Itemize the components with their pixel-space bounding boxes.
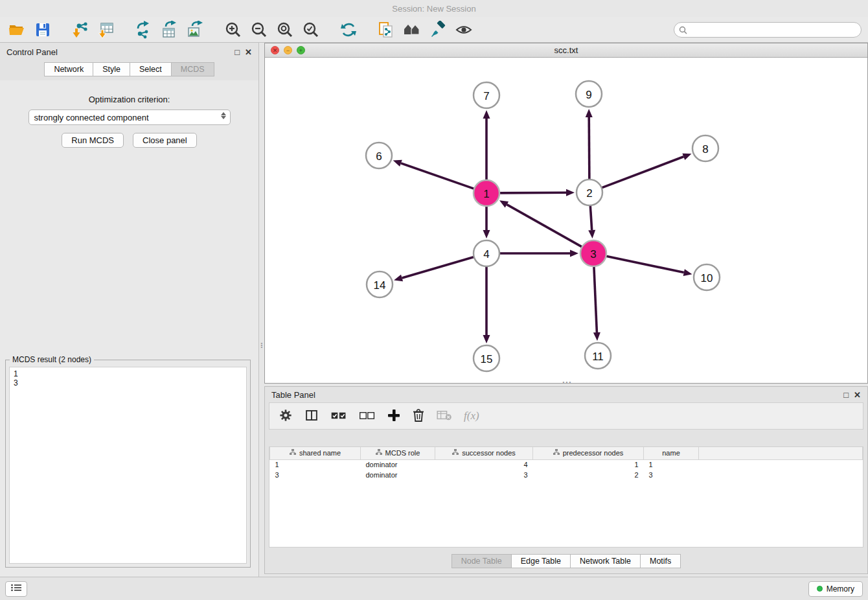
tab-network[interactable]: Network [44,62,93,76]
table-settings-button[interactable] [279,408,293,424]
table-header-row: shared name MCDS role successor nodes pr… [270,447,863,459]
float-table-panel-icon[interactable]: □ [843,391,849,399]
show-panels-button[interactable] [5,581,27,597]
table-cell[interactable]: dominator [361,470,435,480]
column-header-successor-nodes[interactable]: successor nodes [435,447,533,459]
toggle-visibility-button[interactable] [453,19,474,40]
delete-row-button[interactable] [412,408,425,424]
graph-edge-3-10[interactable] [606,256,684,272]
tab-node-table[interactable]: Node Table [451,554,512,568]
graph-edge-1-2[interactable] [499,192,566,193]
table-row[interactable]: 3dominator323 [270,470,863,480]
table-tabs: Node Table Edge Table Network Table Moti… [265,554,867,568]
graph-edge-arrow [586,109,593,117]
table-cell[interactable]: 1 [270,459,361,470]
open-folder-button[interactable] [6,19,27,40]
export-network-button[interactable] [133,19,154,40]
select-all-checks-button[interactable] [330,410,347,422]
zoom-window-icon[interactable]: + [297,46,305,54]
column-header-shared-name[interactable]: shared name [270,447,361,459]
close-panel-icon[interactable]: ✕ [245,48,252,56]
add-row-button[interactable] [387,409,400,424]
column-header-predecessor-nodes[interactable]: predecessor nodes [533,447,644,459]
control-panel-title: Control Panel [6,47,58,57]
export-image-button[interactable] [185,19,206,40]
tab-select[interactable]: Select [130,62,172,76]
search-input[interactable] [674,22,862,38]
minimize-window-icon[interactable]: − [284,46,292,54]
control-panel-header: Control Panel □ ✕ [0,43,258,61]
horizontal-splitter-handle[interactable]: • • • [558,381,575,385]
table-cell[interactable]: 2 [533,470,644,480]
tab-motifs[interactable]: Motifs [640,554,681,568]
copy-network-button[interactable] [376,19,396,40]
graph-node-label-7: 7 [483,90,489,102]
mcds-result-text[interactable]: 1 3 [9,367,247,564]
network-graph[interactable]: 7968124314101511 [265,58,867,383]
zoom-selected-button[interactable] [301,19,321,40]
graph-edge-arrow [593,332,600,341]
graph-edge-3-11[interactable] [594,266,597,332]
memory-button[interactable]: Memory [808,581,863,597]
zoom-in-button[interactable] [223,19,244,40]
graph-edge-2-9[interactable] [589,117,589,179]
tab-style[interactable]: Style [93,62,130,76]
tab-edge-table[interactable]: Edge Table [511,554,571,568]
graph-node-label-3: 3 [590,248,596,260]
close-window-icon[interactable]: ✕ [271,46,279,54]
export-image-icon [187,21,205,39]
table-cell[interactable]: 3 [644,470,699,480]
export-table-button[interactable] [159,19,180,40]
split-columns-icon [304,408,319,424]
network-overview-button[interactable] [402,19,422,40]
network-overview-icon [402,21,422,39]
column-header-mcds-role[interactable]: MCDS role [361,447,435,459]
zoom-fit-button[interactable] [275,19,295,40]
delete-table-button[interactable] [437,410,452,423]
float-panel-icon[interactable]: □ [234,48,240,56]
graph-edge-2-3[interactable] [590,205,591,230]
run-mcds-button[interactable]: Run MCDS [62,133,124,148]
deselect-all-checks-button[interactable] [359,410,376,422]
table-cell[interactable]: 1 [644,459,699,470]
graph-edge-3-1[interactable] [507,205,582,248]
tab-mcds[interactable]: MCDS [171,62,214,76]
network-canvas[interactable]: 7968124314101511 [265,58,867,383]
graph-node-label-4: 4 [483,248,489,260]
select-all-checks-icon [330,410,347,422]
close-table-panel-icon[interactable]: ✕ [854,391,861,399]
refresh-layout-button[interactable] [338,19,359,40]
table-cell[interactable]: 3 [435,470,533,480]
import-table-button[interactable] [96,19,117,40]
network-window-titlebar[interactable]: scc.txt ✕ − + [265,43,867,58]
table-cell[interactable]: 1 [533,459,644,470]
graph-edge-arrow [566,189,575,196]
memory-label: Memory [827,584,854,594]
zoom-in-icon [224,21,242,39]
apply-style-button[interactable] [428,19,448,40]
table-cell[interactable]: 3 [270,470,361,480]
list-icon [11,584,21,594]
graph-edge-1-6[interactable] [401,163,474,189]
table-cell[interactable]: dominator [361,459,435,470]
column-header-filler [699,447,863,459]
view-group [376,19,474,40]
table-row[interactable]: 1dominator411 [270,459,863,470]
apply-function-button[interactable]: f(x) [464,410,479,422]
save-session-button[interactable] [32,19,53,40]
zoom-out-button[interactable] [249,19,269,40]
zoom-fit-icon [276,21,294,39]
tab-network-table[interactable]: Network Table [570,554,641,568]
table-panel-title: Table Panel [271,390,315,400]
graph-node-label-9: 9 [586,89,591,101]
close-panel-button[interactable]: Close panel [133,133,197,148]
column-header-name[interactable]: name [644,447,699,459]
split-columns-button[interactable] [304,408,319,424]
table-cell[interactable]: 4 [435,459,533,470]
graph-edge-2-8[interactable] [602,157,684,188]
import-network-button[interactable] [70,19,91,40]
export-table-icon [161,21,179,39]
graph-edge-4-14[interactable] [402,257,474,278]
vertical-splitter-handle[interactable]: ••• [260,342,264,359]
optimization-select[interactable]: strongly connected component [29,110,231,125]
